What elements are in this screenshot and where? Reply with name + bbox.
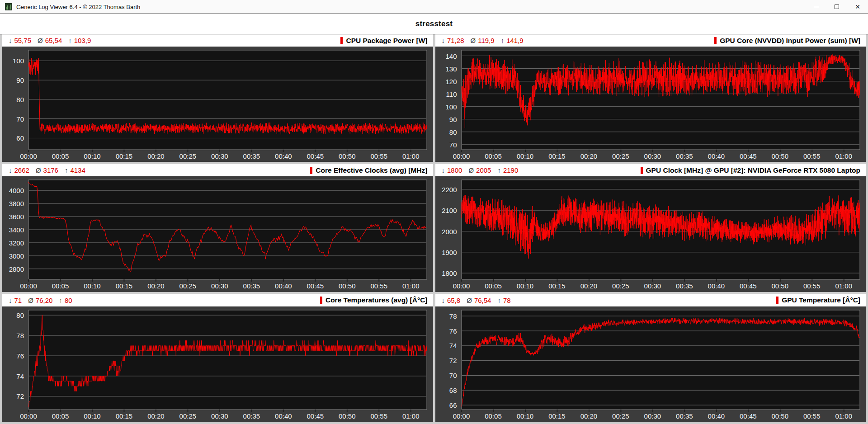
avg-icon: Ø	[471, 37, 476, 44]
chart-header: ↓71,28 Ø119,9 ↑141,9 GPU Core (NVVDD) In…	[435, 34, 866, 47]
series-color-marker	[320, 297, 322, 304]
plot-area-core-effective-clocks[interactable]: 400038003600340032003000280000:0000:0500…	[2, 176, 433, 292]
panel-cpu-package-power: ↓55,75 Ø65,54 ↑103,9 CPU Package Power […	[2, 34, 433, 162]
stat-avg: 65,54	[45, 37, 62, 44]
chart-canvas	[2, 47, 433, 162]
chart-title: GPU Core (NVVDD) Input Power (sum) [W]	[720, 37, 860, 45]
stat-max: 103,9	[74, 37, 91, 44]
chart-header: ↓1800 Ø2005 ↑2190 GPU Clock [MHz] @ GPU …	[435, 164, 866, 176]
min-arrow-icon: ↓	[442, 37, 445, 44]
chart-stats: ↓2662 Ø3176 ↑4134	[9, 166, 92, 174]
chart-title: GPU Clock [MHz] @ GPU [#2]: NVIDIA GeFor…	[646, 166, 860, 174]
chart-title-group: Core Effective Clocks (avg) [MHz]	[310, 166, 427, 174]
max-arrow-icon: ↑	[65, 166, 68, 174]
maximize-icon	[835, 5, 839, 9]
app-icon	[5, 3, 12, 10]
chart-canvas	[2, 176, 433, 292]
chart-title-group: GPU Clock [MHz] @ GPU [#2]: NVIDIA GeFor…	[641, 166, 860, 174]
min-arrow-icon: ↓	[9, 297, 12, 304]
max-arrow-icon: ↑	[68, 37, 72, 44]
chart-title: Core Temperatures (avg) [Â°C]	[326, 296, 428, 304]
chart-title-group: GPU Core (NVVDD) Input Power (sum) [W]	[714, 37, 860, 45]
window-title: Generic Log Viewer 6.4 - © 2022 Thomas B…	[16, 4, 140, 10]
stat-max: 141,9	[506, 37, 524, 44]
chart-title: Core Effective Clocks (avg) [MHz]	[316, 166, 427, 174]
chart-stats: ↓1800 Ø2005 ↑2190	[442, 166, 525, 174]
minimize-button[interactable]	[806, 0, 826, 14]
stat-avg: 3176	[43, 166, 58, 174]
stat-min: 71,28	[447, 37, 464, 44]
avg-icon: Ø	[28, 297, 33, 304]
panel-gpu-clock: ↓1800 Ø2005 ↑2190 GPU Clock [MHz] @ GPU …	[435, 164, 866, 292]
maximize-button[interactable]	[826, 0, 847, 14]
avg-icon: Ø	[38, 37, 43, 44]
chart-stats: ↓71,28 Ø119,9 ↑141,9	[442, 37, 530, 44]
minimize-icon	[814, 7, 819, 7]
chart-title-group: GPU Temperature [Â°C]	[776, 296, 860, 304]
stat-avg: 2005	[476, 166, 491, 174]
stat-min: 71	[14, 297, 22, 304]
avg-icon: Ø	[467, 297, 472, 304]
chart-header: ↓65,8 Ø76,54 ↑78 GPU Temperature [Â°C]	[435, 294, 866, 306]
min-arrow-icon: ↓	[9, 37, 12, 44]
stat-max: 80	[65, 297, 72, 304]
stat-avg: 76,54	[474, 297, 491, 304]
chart-title-group: CPU Package Power [W]	[340, 37, 427, 45]
chart-header: ↓71 Ø76,20 ↑80 Core Temperatures (avg) […	[2, 294, 433, 306]
stat-min: 1800	[447, 166, 462, 174]
max-arrow-icon: ↑	[59, 297, 62, 304]
plot-area-cpu-package-power[interactable]: 1009080706000:0000:0500:1000:1500:2000:2…	[2, 47, 433, 162]
panel-core-effective-clocks: ↓2662 Ø3176 ↑4134 Core Effective Clocks …	[2, 164, 433, 292]
chart-stats: ↓71 Ø76,20 ↑80	[9, 297, 79, 304]
plot-area-core-temperatures[interactable]: 807876747200:0000:0500:1000:1500:2000:25…	[2, 306, 433, 422]
panel-gpu-core-input-power: ↓71,28 Ø119,9 ↑141,9 GPU Core (NVVDD) In…	[435, 34, 866, 162]
chart-stats: ↓65,8 Ø76,54 ↑78	[442, 297, 517, 304]
stat-min: 2662	[14, 166, 29, 174]
plot-area-gpu-clock[interactable]: 2200210020001900180000:0000:0500:1000:15…	[435, 176, 866, 292]
max-arrow-icon: ↑	[497, 297, 501, 304]
chart-canvas	[435, 47, 866, 162]
stat-max: 2190	[503, 166, 518, 174]
plot-area-gpu-core-input-power[interactable]: 14013012011010090807000:0000:0500:1000:1…	[435, 47, 866, 162]
series-color-marker	[714, 37, 717, 44]
chart-header: ↓55,75 Ø65,54 ↑103,9 CPU Package Power […	[2, 34, 433, 47]
chart-canvas	[2, 306, 433, 422]
charts-grid: ↓55,75 Ø65,54 ↑103,9 CPU Package Power […	[0, 34, 868, 424]
panel-core-temperatures: ↓71 Ø76,20 ↑80 Core Temperatures (avg) […	[2, 294, 433, 422]
stat-avg: 119,9	[478, 37, 494, 44]
avg-icon: Ø	[468, 166, 474, 174]
chart-title: GPU Temperature [Â°C]	[782, 296, 860, 304]
log-title: stresstest	[415, 19, 453, 28]
plot-area-gpu-temperature[interactable]: 7876747270686600:0000:0500:1000:1500:200…	[435, 306, 866, 422]
chart-title-group: Core Temperatures (avg) [Â°C]	[320, 296, 428, 304]
stat-avg: 76,20	[36, 297, 53, 304]
series-color-marker	[641, 167, 643, 174]
chart-header: ↓2662 Ø3176 ↑4134 Core Effective Clocks …	[2, 164, 433, 176]
min-arrow-icon: ↓	[442, 297, 445, 304]
log-title-bar: stresstest	[0, 14, 868, 34]
max-arrow-icon: ↑	[497, 166, 501, 174]
window-titlebar[interactable]: Generic Log Viewer 6.4 - © 2022 Thomas B…	[0, 0, 868, 14]
min-arrow-icon: ↓	[442, 166, 445, 174]
chart-canvas	[435, 176, 866, 292]
close-button[interactable]: ✕	[847, 0, 868, 14]
avg-icon: Ø	[36, 166, 41, 174]
min-arrow-icon: ↓	[9, 166, 12, 174]
chart-canvas	[435, 306, 866, 422]
stat-max: 78	[503, 297, 511, 304]
stat-max: 4134	[70, 166, 85, 174]
chart-title: CPU Package Power [W]	[346, 37, 427, 45]
series-color-marker	[340, 37, 343, 44]
series-color-marker	[776, 297, 778, 304]
close-icon: ✕	[855, 4, 860, 10]
panel-gpu-temperature: ↓65,8 Ø76,54 ↑78 GPU Temperature [Â°C] 7…	[435, 294, 866, 422]
series-color-marker	[310, 167, 312, 174]
stat-min: 65,8	[447, 297, 460, 304]
chart-stats: ↓55,75 Ø65,54 ↑103,9	[9, 37, 97, 44]
max-arrow-icon: ↑	[501, 37, 505, 44]
stat-min: 55,75	[14, 37, 32, 44]
